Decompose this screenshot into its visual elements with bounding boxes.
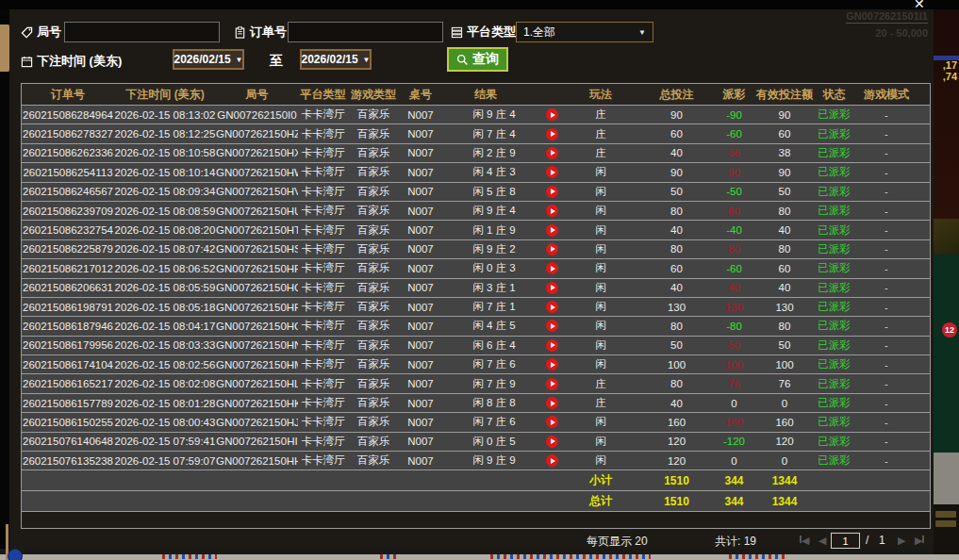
- result-cell: 闲 7 庄 6: [442, 415, 578, 429]
- replay-icon[interactable]: [546, 262, 558, 274]
- list-icon: [451, 26, 463, 39]
- date-from-select[interactable]: 2026/02/15 ▼: [173, 49, 244, 70]
- result-text: 闲 7 庄 6: [442, 415, 546, 429]
- payout-cell: 38: [703, 147, 755, 158]
- replay-icon[interactable]: [546, 186, 558, 198]
- grand-total-payout: 344: [703, 495, 755, 508]
- replay-icon[interactable]: [546, 224, 558, 237]
- replay-icon[interactable]: [546, 320, 558, 332]
- game-mode-cell: -: [854, 109, 930, 121]
- payout-cell: 76: [703, 378, 755, 389]
- replay-icon[interactable]: [546, 436, 558, 448]
- play-cell: 闲: [578, 204, 623, 218]
- status-cell: 已派彩: [814, 127, 854, 141]
- bet-time-cell: 2026-02-15 08:02:56: [114, 359, 216, 371]
- valid-bet-cell: 38: [755, 147, 814, 158]
- valid-bet-cell: 80: [755, 243, 814, 255]
- valid-bet-cell: 120: [755, 436, 814, 447]
- replay-icon[interactable]: [546, 205, 558, 217]
- replay-icon[interactable]: [546, 166, 558, 178]
- replay-icon[interactable]: [546, 282, 558, 294]
- replay-icon[interactable]: [546, 301, 558, 313]
- result-cell: 闲 7 庄 6: [442, 357, 578, 371]
- status-cell: 已派彩: [814, 319, 854, 333]
- column-header-game-type: 游戏类型: [348, 87, 399, 103]
- background-game-strip: 0I1 ,17 ,74 12: [934, 0, 959, 560]
- game-type-cell: 百家乐: [348, 127, 399, 141]
- game-type-cell: 百家乐: [348, 357, 399, 371]
- platform-cell: 卡卡湾厅: [298, 357, 348, 371]
- pagination-first-button[interactable]: ◀: [800, 534, 809, 547]
- total-bet-cell: 60: [623, 128, 703, 140]
- table-no-cell: N007: [399, 417, 442, 428]
- bet-time-cell: 2026-02-15 08:03:33: [114, 339, 216, 351]
- total-bet-cell: 40: [623, 282, 703, 293]
- chevron-down-icon: ▼: [363, 56, 371, 64]
- bet-time-cell: 2026-02-15 08:05:18: [114, 302, 216, 313]
- game-mode-cell: -: [854, 167, 930, 178]
- grand-total-valid-bet: 1344: [755, 495, 814, 508]
- play-cell: 庄: [578, 146, 623, 160]
- replay-icon[interactable]: [546, 128, 558, 140]
- total-bet-cell: 80: [623, 378, 703, 389]
- round-no-cell: GN007262150HJ: [216, 417, 298, 428]
- replay-icon[interactable]: [546, 108, 558, 121]
- payout-cell: 80: [703, 206, 755, 217]
- round-no-cell: GN007262150HH: [216, 455, 298, 467]
- replay-icon[interactable]: [546, 416, 558, 428]
- pagination-last-button[interactable]: ▶: [915, 534, 924, 547]
- game-mode-cell: -: [854, 436, 930, 447]
- bet-time-cell: 2026-02-15 08:07:42: [114, 243, 216, 255]
- close-button[interactable]: ✕: [914, 0, 925, 10]
- game-mode-cell: -: [854, 263, 930, 274]
- order-no-cell: 260215086206631: [22, 282, 114, 293]
- replay-icon[interactable]: [546, 358, 558, 371]
- platform-type-select[interactable]: 1.全部 ▼: [516, 22, 653, 42]
- order-no-cell: 260215086246567: [22, 186, 114, 197]
- result-text: 闲 9 庄 4: [442, 204, 546, 218]
- order-no-cell: 260215076135238: [22, 455, 114, 467]
- platform-cell: 卡卡湾厅: [298, 223, 348, 238]
- valid-bet-cell: 80: [755, 206, 814, 217]
- query-button[interactable]: 查询: [447, 47, 508, 72]
- game-type-cell: 百家乐: [348, 435, 399, 449]
- table-row: 2602150862783272026-02-15 08:12:25GN0072…: [22, 124, 930, 143]
- page-input[interactable]: [831, 533, 860, 549]
- total-count-label: 共计: 19: [715, 534, 756, 550]
- subtotal-valid-bet: 1344: [755, 474, 814, 487]
- result-text: 闲 6 庄 4: [442, 338, 546, 353]
- chevron-down-icon: ▼: [638, 28, 646, 37]
- total-bet-cell: 50: [623, 339, 703, 351]
- subtotal-play: 小计: [578, 472, 623, 488]
- replay-icon[interactable]: [546, 339, 558, 352]
- table-no-cell: N007: [399, 359, 442, 371]
- replay-icon[interactable]: [546, 454, 558, 467]
- payout-cell: -120: [703, 436, 755, 447]
- replay-icon[interactable]: [546, 147, 558, 159]
- payout-cell: -50: [703, 186, 755, 197]
- replay-icon[interactable]: [546, 397, 558, 409]
- grand-total-row: 总计15103441344: [22, 491, 930, 512]
- replay-icon[interactable]: [546, 378, 558, 390]
- round-no-input[interactable]: [64, 22, 220, 42]
- table-body: 2602150862849642026-02-15 08:13:02GN0072…: [22, 106, 930, 470]
- pagination-next-button[interactable]: ▶: [898, 534, 905, 547]
- roadmap-dots: [380, 554, 396, 559]
- bet-time-cell: 2026-02-15 07:59:41: [114, 436, 216, 447]
- payout-cell: 90: [703, 167, 755, 178]
- date-from-value: 2026/02/15: [174, 53, 231, 66]
- order-no-cell: 260215086239709: [22, 206, 114, 217]
- round-no-cell: GN007262150HT: [216, 224, 298, 236]
- result-cell: 闲 3 庄 1: [442, 281, 578, 295]
- order-no-input[interactable]: [288, 22, 443, 42]
- date-to-select[interactable]: 2026/02/15 ▼: [300, 49, 372, 70]
- platform-cell: 卡卡湾厅: [298, 165, 348, 179]
- replay-icon[interactable]: [546, 243, 558, 255]
- pagination-prev-button[interactable]: ◀: [818, 534, 826, 547]
- order-no-cell: 260215086225879: [22, 243, 114, 255]
- payout-cell: 40: [703, 282, 755, 293]
- table-no-cell: N007: [399, 167, 442, 178]
- platform-cell: 卡卡湾厅: [298, 204, 348, 218]
- status-cell: 已派彩: [814, 146, 854, 160]
- result-text: 闲 4 庄 5: [442, 319, 546, 333]
